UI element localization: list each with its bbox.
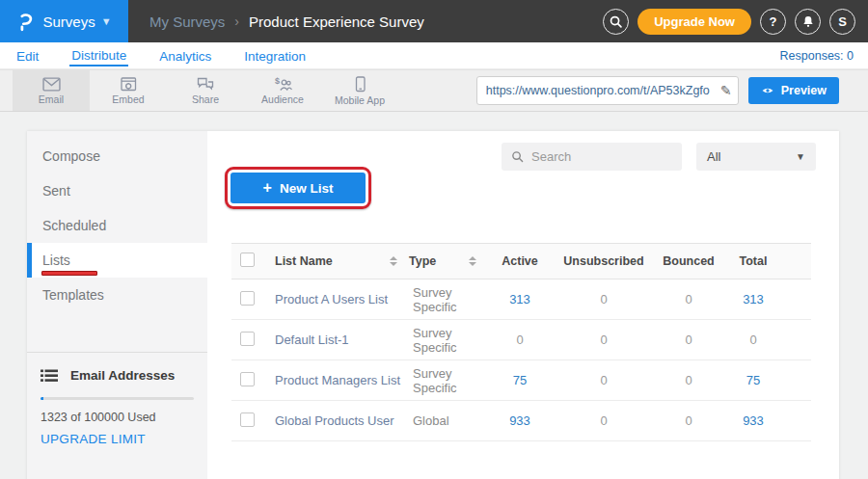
list-name-link[interactable]: Product Managers List — [270, 373, 409, 387]
annotation-red-circle: + New List — [225, 167, 371, 209]
toolbar-item-mobile-app[interactable]: Mobile App — [321, 70, 398, 111]
chevron-down-icon: ▼ — [796, 151, 805, 162]
question-mark-icon: ? — [770, 14, 777, 29]
email-usage-progress-fill — [41, 397, 43, 400]
table-row: Product A Users List Survey Specific 313… — [231, 279, 811, 320]
preview-button[interactable]: Preview — [748, 77, 839, 104]
upgrade-now-button[interactable]: Upgrade Now — [637, 9, 751, 35]
row-checkbox[interactable] — [240, 332, 255, 346]
bounced-count: 0 — [656, 292, 721, 306]
unsubscribed-count: 0 — [552, 292, 656, 306]
bounced-count: 0 — [656, 333, 721, 347]
app-screen: Surveys ▼ My Surveys › Product Experienc… — [0, 0, 868, 479]
column-header-list-name[interactable]: List Name — [270, 254, 409, 268]
sidebar-item-scheduled[interactable]: Scheduled — [27, 208, 207, 243]
search-icon — [609, 14, 623, 29]
toolbar-right: ✎ Preview — [476, 70, 868, 111]
preview-label: Preview — [781, 84, 827, 97]
toolbar-item-label: Audience — [261, 93, 304, 105]
questionpro-logo-icon — [16, 12, 35, 32]
eye-icon — [761, 86, 774, 95]
toolbar-item-label: Email — [39, 93, 64, 105]
column-header-unsubscribed: Unsubscribed — [552, 254, 656, 268]
responses-count[interactable]: Responses: 0 — [780, 49, 854, 63]
tab-edit[interactable]: Edit — [14, 46, 41, 66]
new-list-button[interactable]: + New List — [231, 173, 366, 203]
toolbar-item-share[interactable]: Share — [167, 70, 244, 111]
total-count[interactable]: 933 — [721, 413, 785, 428]
toolbar-item-label: Embed — [112, 93, 144, 105]
column-header-type[interactable]: Type — [409, 254, 488, 268]
sort-icon — [390, 256, 397, 266]
email-usage-text: 1323 of 100000 Used — [41, 411, 194, 424]
filter-selected-value: All — [707, 149, 720, 164]
row-checkbox[interactable] — [240, 412, 255, 427]
total-count[interactable]: 313 — [721, 292, 785, 306]
bounced-count: 0 — [656, 373, 721, 387]
toolbar-item-label: Mobile App — [335, 94, 385, 106]
active-count[interactable]: 75 — [488, 373, 552, 387]
sidebar-item-lists[interactable]: Lists — [27, 243, 207, 278]
list-type: Survey Specific — [409, 285, 488, 314]
list-name-link[interactable]: Global Products User — [270, 413, 409, 428]
total-count[interactable]: 75 — [721, 373, 785, 387]
sidebar-item-sent[interactable]: Sent — [27, 173, 207, 208]
edit-url-pencil-icon[interactable]: ✎ — [717, 83, 732, 98]
column-header-bounced: Bounced — [656, 254, 721, 268]
surveys-product-menu[interactable]: Surveys ▼ — [0, 0, 128, 42]
column-header-active: Active — [488, 254, 552, 268]
email-distribution-card: Compose Sent Scheduled Lists Templates E… — [27, 131, 839, 479]
active-count: 0 — [488, 333, 552, 347]
toolbar-item-email[interactable]: Email — [13, 70, 90, 111]
sidebar-item-templates[interactable]: Templates — [27, 278, 207, 312]
annotation-red-underline — [41, 271, 97, 276]
lists-panel: All ▼ + New List List Name — [207, 131, 839, 479]
toolbar-item-label: Share — [192, 93, 219, 105]
email-sidebar: Compose Sent Scheduled Lists Templates E… — [27, 131, 207, 479]
tab-analytics[interactable]: Analytics — [157, 46, 213, 66]
select-all-checkbox[interactable] — [240, 253, 255, 267]
tab-distribute[interactable]: Distribute — [69, 45, 128, 67]
help-button[interactable]: ? — [760, 9, 786, 35]
row-checkbox[interactable] — [240, 291, 255, 306]
table-row: Default List-1 Survey Specific 0 0 0 0 — [231, 320, 811, 360]
column-header-total: Total — [721, 254, 785, 268]
table-header-row: List Name Type Active Unsubscribed Bounc… — [231, 243, 811, 279]
plus-icon: + — [263, 179, 272, 197]
sort-icon — [469, 256, 476, 266]
list-type: Survey Specific — [409, 326, 488, 355]
unsubscribed-count: 0 — [552, 333, 656, 347]
email-usage-progressbar — [41, 397, 194, 400]
list-name-link[interactable]: Default List-1 — [270, 333, 409, 347]
avatar[interactable]: S — [829, 9, 855, 35]
email-addresses-section: Email Addresses 1323 of 100000 Used UPGR… — [27, 353, 207, 446]
list-type-filter-dropdown[interactable]: All ▼ — [696, 143, 816, 171]
list-name-link[interactable]: Product A Users List — [270, 292, 409, 306]
breadcrumb-separator-icon: › — [234, 13, 239, 29]
new-list-label: New List — [280, 181, 334, 196]
tab-integration[interactable]: Integration — [242, 46, 308, 66]
list-icon — [41, 369, 58, 383]
survey-url-input[interactable] — [486, 84, 717, 97]
table-row: Product Managers List Survey Specific 75… — [231, 360, 811, 401]
search-button[interactable] — [603, 9, 629, 35]
row-checkbox[interactable] — [240, 372, 255, 386]
upgrade-limit-link[interactable]: UPGRADE LIMIT — [41, 432, 194, 446]
embed-icon — [121, 77, 137, 92]
breadcrumb-my-surveys[interactable]: My Surveys — [149, 13, 225, 30]
search-icon — [511, 150, 524, 163]
total-count: 0 — [721, 333, 785, 347]
lists-table: List Name Type Active Unsubscribed Bounc… — [231, 243, 811, 441]
breadcrumb-survey-title: Product Experience Survey — [249, 13, 424, 30]
email-icon — [42, 77, 61, 92]
audience-icon: $ — [274, 76, 292, 92]
notifications-button[interactable] — [795, 9, 821, 35]
toolbar-item-audience[interactable]: $ Audience — [244, 70, 321, 111]
toolbar-item-embed[interactable]: Embed — [90, 70, 167, 111]
sidebar-item-compose[interactable]: Compose — [27, 139, 207, 173]
active-count[interactable]: 933 — [488, 413, 552, 428]
product-label: Surveys — [42, 13, 95, 30]
table-row: Global Products User Global 933 0 0 933 — [231, 401, 811, 441]
active-count[interactable]: 313 — [488, 292, 552, 306]
lists-search-input[interactable] — [531, 149, 672, 164]
